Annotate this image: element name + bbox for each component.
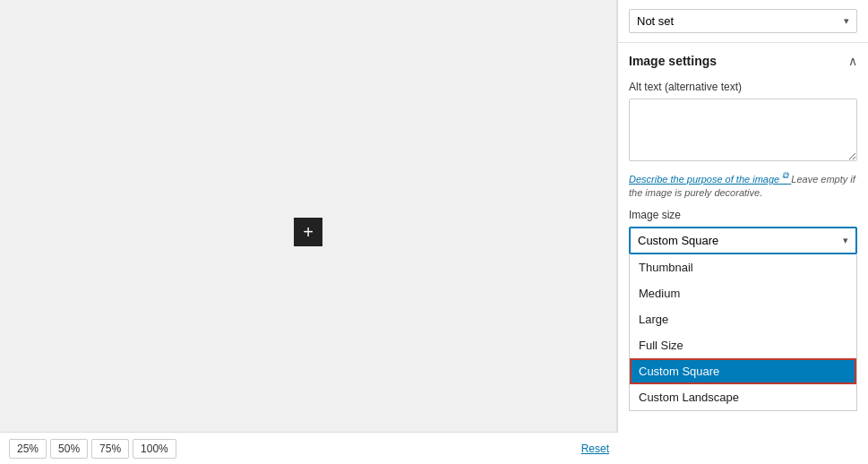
collapse-button[interactable]: ∧ (848, 54, 857, 68)
dropdown-item-thumbnail[interactable]: Thumbnail (630, 254, 856, 280)
alt-text-hint-link-text: Describe the purpose of the image (629, 174, 779, 185)
canvas-area: + 25% 50% 75% 100% Reset (0, 0, 617, 464)
dropdown-item-custom-square[interactable]: Custom Square (630, 358, 856, 384)
image-size-section: Image size Custom Square ▾ Thumbnail Med… (618, 200, 868, 411)
image-size-dropdown[interactable]: Custom Square ▾ (629, 227, 857, 254)
image-size-chevron: ▾ (843, 235, 848, 246)
plus-icon: + (303, 222, 314, 243)
alt-text-hint-link[interactable]: Describe the purpose of the image ⧉ (629, 174, 791, 185)
add-block-button[interactable]: + (294, 218, 322, 246)
dropdown-item-large[interactable]: Large (630, 306, 856, 332)
sidebar: Not set ▾ Image settings ∧ Alt text (alt… (617, 0, 868, 464)
alt-text-label: Alt text (alternative text) (629, 81, 857, 93)
alt-text-input[interactable] (629, 99, 857, 161)
top-dropdown-section: Not set ▾ (618, 0, 868, 43)
collapse-icon: ∧ (848, 54, 857, 68)
zoom-bar: 25% 50% 75% 100% Reset (0, 432, 618, 464)
not-set-value: Not set (637, 14, 674, 28)
zoom-75-button[interactable]: 75% (91, 439, 129, 459)
external-link-icon: ⧉ (782, 170, 788, 180)
image-settings-title: Image settings (629, 54, 717, 68)
image-size-label: Image size (629, 209, 857, 221)
image-settings-header: Image settings ∧ (629, 54, 857, 68)
image-size-dropdown-wrapper: Custom Square ▾ Thumbnail Medium Large F… (629, 227, 857, 411)
zoom-50-button[interactable]: 50% (50, 439, 88, 459)
image-size-selected-value: Custom Square (638, 234, 718, 247)
not-set-dropdown[interactable]: Not set ▾ (629, 9, 857, 33)
dropdown-item-full-size[interactable]: Full Size (630, 332, 856, 358)
zoom-100-button[interactable]: 100% (133, 439, 176, 459)
not-set-chevron: ▾ (844, 15, 849, 27)
dropdown-item-custom-landscape[interactable]: Custom Landscape (630, 384, 856, 410)
zoom-25-button[interactable]: 25% (9, 439, 47, 459)
zoom-reset-button[interactable]: Reset (581, 443, 609, 455)
image-size-dropdown-list: Thumbnail Medium Large Full Size Custom … (629, 254, 857, 411)
dropdown-item-medium[interactable]: Medium (630, 280, 856, 306)
image-settings-section: Image settings ∧ Alt text (alternative t… (618, 43, 868, 200)
alt-text-hint: Describe the purpose of the image ⧉ Leav… (629, 169, 857, 200)
